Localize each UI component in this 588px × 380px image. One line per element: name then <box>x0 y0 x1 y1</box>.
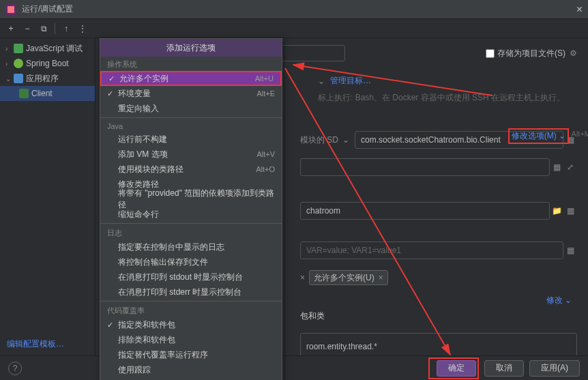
check-icon: ✓ <box>108 74 119 83</box>
popup-item-show-stdout[interactable]: 在消息打印到 stdout 时显示控制台 <box>100 269 282 284</box>
toolbar: + − ⧉ ↑ ⋮ <box>0 19 588 38</box>
browse-icon[interactable]: ▦ <box>550 162 563 172</box>
tree-label: 应用程序 <box>26 73 59 85</box>
gear-icon[interactable]: ⚙ <box>570 48 577 58</box>
popup-item-shorten-cmd[interactable]: 缩短命令行 <box>100 207 282 222</box>
tree-item-client[interactable]: Client <box>0 86 95 101</box>
popup-item-allow-multi[interactable]: ✓ 允许多个实例 Alt+U <box>100 71 282 86</box>
more-button[interactable]: ⋮ <box>76 22 89 35</box>
popup-item-exclude-classes[interactable]: 排除类和软件包 <box>100 332 282 347</box>
cancel-button[interactable]: 取消 <box>484 360 524 377</box>
tree-item-application[interactable]: ⌄ 应用程序 <box>0 71 95 86</box>
separator <box>55 23 55 34</box>
allow-multi-tag[interactable]: 允许多个实例(U) × <box>309 270 388 285</box>
tree-label: JavaScript 调试 <box>26 43 83 55</box>
popup-item-specify-classes[interactable]: ✓指定类和软件包 <box>100 317 282 332</box>
popup-item-alt-coverage[interactable]: 指定替代覆盖率运行程序 <box>100 347 282 362</box>
module-label: 模块的 SD <box>300 134 338 146</box>
chevron-right-icon: › <box>5 45 14 53</box>
js-icon <box>14 44 23 53</box>
check-icon: ✓ <box>107 89 118 98</box>
popup-item-show-stderr[interactable]: 在消息打印到 stderr 时显示控制台 <box>100 284 282 299</box>
up-button[interactable]: ↑ <box>59 22 73 35</box>
args-input[interactable] <box>300 158 550 176</box>
popup-section-log: 日志 <box>100 225 282 239</box>
store-checkbox[interactable] <box>486 49 495 58</box>
svg-rect-0 <box>8 6 14 13</box>
tree-label: Client <box>31 89 53 98</box>
popup-item-use-tracing[interactable]: 使用跟踪 <box>100 362 282 377</box>
x-icon[interactable]: × <box>300 273 305 282</box>
client-icon <box>19 89 29 98</box>
chevron-down-icon: ⌄ <box>5 75 14 83</box>
popup-item-provided[interactable]: 将带有 "provided" 范围的依赖项添加到类路径 <box>100 192 282 207</box>
store-label: 存储为项目文件(S) <box>497 48 565 59</box>
add-run-options-popup: 添加运行选项 操作系统 ✓ 允许多个实例 Alt+U ✓ 环境变量 Alt+E … <box>100 38 282 380</box>
sidebar: › JavaScript 调试 › Spring Boot ⌄ 应用程序 Cli… <box>0 38 95 355</box>
modify-link[interactable]: 修改 <box>546 295 563 305</box>
folder-icon[interactable]: 📁 <box>550 206 563 216</box>
window-title: 运行/调试配置 <box>22 3 576 15</box>
popup-item-save-console[interactable]: 将控制台输出保存到文件 <box>100 254 282 269</box>
env-vars-input[interactable]: VAR=value; VAR1=value1 <box>300 242 563 259</box>
popup-section-java: Java <box>100 119 282 132</box>
modify-options-highlight: 修改选项(M) ⌄ <box>508 128 569 144</box>
popup-item-vm-options[interactable]: 添加 VM 选项Alt+V <box>100 147 282 162</box>
popup-item-env-vars[interactable]: ✓ 环境变量 Alt+E <box>100 86 282 101</box>
expand-icon[interactable]: ⤢ <box>563 162 577 172</box>
include-label: 包和类 <box>300 310 325 322</box>
popup-section-os: 操作系统 <box>100 57 282 71</box>
popup-section-coverage: 代码覆盖率 <box>100 303 282 317</box>
remove-tag-icon[interactable]: × <box>379 273 383 282</box>
popup-item-collect-test-coverage[interactable]: 在测试文件夹中收集覆盖率 <box>100 377 282 380</box>
check-icon: ✓ <box>107 321 118 330</box>
ide-icon <box>5 4 16 15</box>
titlebar: 运行/调试配置 × <box>0 0 588 19</box>
tree-item-js-debug[interactable]: › JavaScript 调试 <box>0 41 95 56</box>
footer: ? 确定 取消 应用(A) <box>0 355 588 380</box>
ok-highlight: 确定 <box>428 357 479 379</box>
modify-options-link[interactable]: 修改选项(M) ⌄ <box>512 131 565 141</box>
popup-title: 添加运行选项 <box>100 39 282 57</box>
manage-targets-link[interactable]: 管理目标… <box>330 75 371 87</box>
spring-icon <box>14 59 23 68</box>
popup-item-redirect-input[interactable]: 重定向输入 <box>100 101 282 116</box>
chevron-down-icon[interactable]: ⌄ <box>318 76 325 86</box>
browse-icon[interactable]: ▦ <box>563 206 577 216</box>
copy-button[interactable]: ⧉ <box>37 22 50 35</box>
popup-item-specify-logs[interactable]: 指定要在控制台中显示的日志 <box>100 239 282 254</box>
app-icon <box>14 74 23 83</box>
chevron-down-icon[interactable]: ⌄ <box>342 135 349 145</box>
tree-item-spring-boot[interactable]: › Spring Boot <box>0 56 95 71</box>
tree-label: Spring Boot <box>26 59 69 68</box>
ok-button[interactable]: 确定 <box>437 360 476 377</box>
close-icon[interactable]: × <box>576 3 583 16</box>
store-as-project-checkbox[interactable]: 存储为项目文件(S) <box>486 48 565 59</box>
remove-button[interactable]: − <box>20 22 34 35</box>
apply-button[interactable]: 应用(A) <box>529 360 580 377</box>
add-button[interactable]: + <box>4 22 18 35</box>
chevron-right-icon: › <box>5 60 14 68</box>
modify-shortcut: Alt+M <box>572 130 588 138</box>
browse-icon[interactable]: ▦ <box>563 246 577 255</box>
working-dir-input[interactable]: chatroom <box>300 202 550 220</box>
popup-item-module-classpath[interactable]: 使用模块的类路径Alt+O <box>100 162 282 177</box>
edit-template-link[interactable]: 编辑配置模板… <box>7 338 64 350</box>
help-button[interactable]: ? <box>8 362 22 375</box>
popup-item-no-build[interactable]: 运行前不构建 <box>100 132 282 147</box>
